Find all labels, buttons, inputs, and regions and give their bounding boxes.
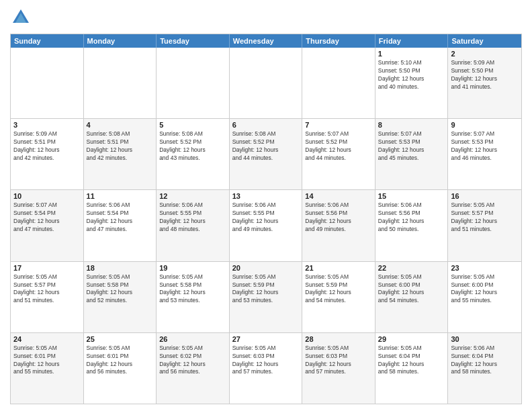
day-info: Sunrise: 5:09 AM Sunset: 5:51 PM Dayligh… (13, 130, 81, 163)
day-number: 16 (451, 192, 519, 200)
cal-cell: 22Sunrise: 5:05 AM Sunset: 6:00 PM Dayli… (375, 262, 449, 332)
day-info: Sunrise: 5:05 AM Sunset: 6:02 PM Dayligh… (159, 345, 226, 377)
day-info: Sunrise: 5:05 AM Sunset: 6:04 PM Dayligh… (378, 345, 445, 377)
cal-cell: 17Sunrise: 5:05 AM Sunset: 5:57 PM Dayli… (11, 262, 84, 332)
cal-cell: 3Sunrise: 5:09 AM Sunset: 5:51 PM Daylig… (11, 119, 84, 189)
day-number: 27 (232, 335, 300, 343)
day-number: 26 (159, 335, 226, 343)
cal-cell: 5Sunrise: 5:08 AM Sunset: 5:52 PM Daylig… (157, 119, 230, 189)
cal-cell (11, 48, 84, 118)
day-number: 15 (378, 192, 445, 200)
cal-cell: 25Sunrise: 5:05 AM Sunset: 6:01 PM Dayli… (84, 333, 157, 404)
day-info: Sunrise: 5:05 AM Sunset: 6:01 PM Dayligh… (87, 345, 154, 377)
cal-cell: 6Sunrise: 5:08 AM Sunset: 5:52 PM Daylig… (230, 119, 303, 189)
day-number: 9 (451, 121, 519, 129)
cal-cell (230, 48, 303, 118)
day-number: 18 (87, 264, 154, 272)
day-number: 3 (13, 121, 81, 129)
day-number: 29 (378, 335, 445, 343)
day-info: Sunrise: 5:05 AM Sunset: 5:59 PM Dayligh… (305, 273, 372, 306)
day-header-tuesday: Tuesday (157, 34, 230, 48)
day-info: Sunrise: 5:07 AM Sunset: 5:54 PM Dayligh… (13, 201, 81, 234)
cal-cell: 28Sunrise: 5:05 AM Sunset: 6:03 PM Dayli… (302, 333, 375, 404)
page: SundayMondayTuesdayWednesdayThursdayFrid… (0, 0, 532, 411)
day-number: 12 (159, 192, 226, 200)
day-info: Sunrise: 5:05 AM Sunset: 6:00 PM Dayligh… (451, 273, 519, 306)
day-number: 23 (451, 264, 519, 272)
cal-cell: 13Sunrise: 5:06 AM Sunset: 5:55 PM Dayli… (230, 190, 303, 261)
day-info: Sunrise: 5:05 AM Sunset: 5:57 PM Dayligh… (451, 201, 519, 234)
cal-cell: 1Sunrise: 5:10 AM Sunset: 5:50 PM Daylig… (375, 48, 449, 118)
day-number: 17 (13, 264, 81, 272)
day-header-friday: Friday (375, 34, 449, 48)
cal-cell: 26Sunrise: 5:05 AM Sunset: 6:02 PM Dayli… (157, 333, 230, 404)
day-number: 2 (451, 50, 519, 58)
week-row-2: 3Sunrise: 5:09 AM Sunset: 5:51 PM Daylig… (11, 119, 521, 190)
cal-cell (302, 48, 375, 118)
day-info: Sunrise: 5:05 AM Sunset: 6:00 PM Dayligh… (378, 273, 445, 306)
calendar-header: SundayMondayTuesdayWednesdayThursdayFrid… (11, 34, 521, 48)
cal-cell: 24Sunrise: 5:05 AM Sunset: 6:01 PM Dayli… (11, 333, 84, 404)
day-number: 19 (159, 264, 226, 272)
week-row-5: 24Sunrise: 5:05 AM Sunset: 6:01 PM Dayli… (11, 333, 521, 404)
day-number: 8 (378, 121, 445, 129)
calendar: SundayMondayTuesdayWednesdayThursdayFrid… (10, 34, 522, 404)
day-info: Sunrise: 5:06 AM Sunset: 5:56 PM Dayligh… (305, 201, 372, 234)
day-number: 25 (87, 335, 154, 343)
day-info: Sunrise: 5:05 AM Sunset: 6:03 PM Dayligh… (232, 345, 300, 377)
day-header-thursday: Thursday (302, 34, 375, 48)
day-number: 21 (305, 264, 372, 272)
week-row-4: 17Sunrise: 5:05 AM Sunset: 5:57 PM Dayli… (11, 262, 521, 333)
day-info: Sunrise: 5:07 AM Sunset: 5:53 PM Dayligh… (451, 130, 519, 163)
cal-cell: 2Sunrise: 5:09 AM Sunset: 5:50 PM Daylig… (448, 48, 521, 118)
day-number: 14 (305, 192, 372, 200)
cal-cell: 29Sunrise: 5:05 AM Sunset: 6:04 PM Dayli… (375, 333, 449, 404)
day-number: 10 (13, 192, 81, 200)
day-info: Sunrise: 5:06 AM Sunset: 5:56 PM Dayligh… (378, 201, 445, 234)
day-header-wednesday: Wednesday (230, 34, 303, 48)
day-info: Sunrise: 5:07 AM Sunset: 5:52 PM Dayligh… (305, 130, 372, 163)
day-header-monday: Monday (84, 34, 157, 48)
day-info: Sunrise: 5:08 AM Sunset: 5:51 PM Dayligh… (87, 130, 154, 163)
cal-cell: 9Sunrise: 5:07 AM Sunset: 5:53 PM Daylig… (448, 119, 521, 189)
cal-cell: 30Sunrise: 5:06 AM Sunset: 6:04 PM Dayli… (448, 333, 521, 404)
cal-cell: 16Sunrise: 5:05 AM Sunset: 5:57 PM Dayli… (448, 190, 521, 261)
day-info: Sunrise: 5:06 AM Sunset: 5:54 PM Dayligh… (87, 201, 154, 234)
day-number: 24 (13, 335, 81, 343)
cal-cell: 18Sunrise: 5:05 AM Sunset: 5:58 PM Dayli… (84, 262, 157, 332)
cal-cell: 20Sunrise: 5:05 AM Sunset: 5:59 PM Dayli… (230, 262, 303, 332)
day-info: Sunrise: 5:05 AM Sunset: 5:59 PM Dayligh… (232, 273, 300, 306)
day-header-sunday: Sunday (11, 34, 84, 48)
day-number: 20 (232, 264, 300, 272)
cal-cell: 19Sunrise: 5:05 AM Sunset: 5:58 PM Dayli… (157, 262, 230, 332)
day-number: 13 (232, 192, 300, 200)
cal-cell: 12Sunrise: 5:06 AM Sunset: 5:55 PM Dayli… (157, 190, 230, 261)
logo-icon (10, 7, 32, 28)
day-info: Sunrise: 5:10 AM Sunset: 5:50 PM Dayligh… (378, 59, 445, 91)
day-info: Sunrise: 5:08 AM Sunset: 5:52 PM Dayligh… (232, 130, 300, 163)
day-header-saturday: Saturday (448, 34, 521, 48)
day-info: Sunrise: 5:05 AM Sunset: 5:57 PM Dayligh… (13, 273, 81, 306)
day-info: Sunrise: 5:05 AM Sunset: 6:03 PM Dayligh… (305, 345, 372, 377)
cal-cell: 14Sunrise: 5:06 AM Sunset: 5:56 PM Dayli… (302, 190, 375, 261)
day-number: 5 (159, 121, 226, 129)
day-info: Sunrise: 5:09 AM Sunset: 5:50 PM Dayligh… (451, 59, 519, 91)
header (10, 7, 522, 28)
week-row-3: 10Sunrise: 5:07 AM Sunset: 5:54 PM Dayli… (11, 190, 521, 261)
calendar-body: 1Sunrise: 5:10 AM Sunset: 5:50 PM Daylig… (11, 48, 521, 404)
day-info: Sunrise: 5:08 AM Sunset: 5:52 PM Dayligh… (159, 130, 226, 163)
day-info: Sunrise: 5:05 AM Sunset: 6:01 PM Dayligh… (13, 345, 81, 377)
day-number: 7 (305, 121, 372, 129)
day-info: Sunrise: 5:05 AM Sunset: 5:58 PM Dayligh… (159, 273, 226, 306)
day-number: 28 (305, 335, 372, 343)
day-number: 22 (378, 264, 445, 272)
day-info: Sunrise: 5:07 AM Sunset: 5:53 PM Dayligh… (378, 130, 445, 163)
cal-cell (84, 48, 157, 118)
day-number: 1 (378, 50, 445, 58)
cal-cell: 8Sunrise: 5:07 AM Sunset: 5:53 PM Daylig… (375, 119, 449, 189)
day-info: Sunrise: 5:06 AM Sunset: 5:55 PM Dayligh… (232, 201, 300, 234)
day-number: 30 (451, 335, 519, 343)
cal-cell: 7Sunrise: 5:07 AM Sunset: 5:52 PM Daylig… (302, 119, 375, 189)
day-info: Sunrise: 5:05 AM Sunset: 5:58 PM Dayligh… (87, 273, 154, 306)
day-info: Sunrise: 5:06 AM Sunset: 6:04 PM Dayligh… (451, 345, 519, 377)
